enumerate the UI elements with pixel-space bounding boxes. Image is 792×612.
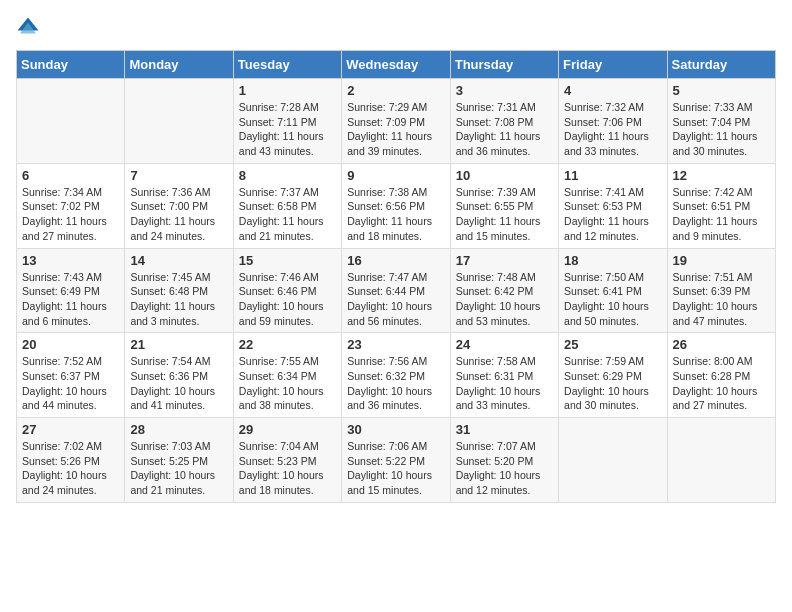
- day-number: 11: [564, 168, 661, 183]
- day-info: Sunrise: 7:52 AM Sunset: 6:37 PM Dayligh…: [22, 354, 119, 413]
- calendar-cell: 20Sunrise: 7:52 AM Sunset: 6:37 PM Dayli…: [17, 333, 125, 418]
- day-number: 13: [22, 253, 119, 268]
- day-number: 8: [239, 168, 336, 183]
- day-number: 31: [456, 422, 553, 437]
- day-number: 22: [239, 337, 336, 352]
- day-info: Sunrise: 8:00 AM Sunset: 6:28 PM Dayligh…: [673, 354, 770, 413]
- day-info: Sunrise: 7:04 AM Sunset: 5:23 PM Dayligh…: [239, 439, 336, 498]
- calendar-cell: 11Sunrise: 7:41 AM Sunset: 6:53 PM Dayli…: [559, 163, 667, 248]
- calendar-cell: 21Sunrise: 7:54 AM Sunset: 6:36 PM Dayli…: [125, 333, 233, 418]
- day-number: 26: [673, 337, 770, 352]
- page-header: [16, 16, 776, 40]
- day-number: 2: [347, 83, 444, 98]
- day-info: Sunrise: 7:54 AM Sunset: 6:36 PM Dayligh…: [130, 354, 227, 413]
- day-info: Sunrise: 7:33 AM Sunset: 7:04 PM Dayligh…: [673, 100, 770, 159]
- calendar-cell: 25Sunrise: 7:59 AM Sunset: 6:29 PM Dayli…: [559, 333, 667, 418]
- col-header-monday: Monday: [125, 51, 233, 79]
- calendar-cell: 26Sunrise: 8:00 AM Sunset: 6:28 PM Dayli…: [667, 333, 775, 418]
- day-number: 17: [456, 253, 553, 268]
- calendar-table: SundayMondayTuesdayWednesdayThursdayFrid…: [16, 50, 776, 503]
- day-info: Sunrise: 7:32 AM Sunset: 7:06 PM Dayligh…: [564, 100, 661, 159]
- day-number: 12: [673, 168, 770, 183]
- calendar-cell: 6Sunrise: 7:34 AM Sunset: 7:02 PM Daylig…: [17, 163, 125, 248]
- day-info: Sunrise: 7:06 AM Sunset: 5:22 PM Dayligh…: [347, 439, 444, 498]
- day-number: 15: [239, 253, 336, 268]
- day-info: Sunrise: 7:59 AM Sunset: 6:29 PM Dayligh…: [564, 354, 661, 413]
- day-info: Sunrise: 7:36 AM Sunset: 7:00 PM Dayligh…: [130, 185, 227, 244]
- day-number: 3: [456, 83, 553, 98]
- day-number: 10: [456, 168, 553, 183]
- calendar-cell: 12Sunrise: 7:42 AM Sunset: 6:51 PM Dayli…: [667, 163, 775, 248]
- calendar-cell: 27Sunrise: 7:02 AM Sunset: 5:26 PM Dayli…: [17, 418, 125, 503]
- calendar-cell: [559, 418, 667, 503]
- day-number: 28: [130, 422, 227, 437]
- day-info: Sunrise: 7:41 AM Sunset: 6:53 PM Dayligh…: [564, 185, 661, 244]
- day-info: Sunrise: 7:39 AM Sunset: 6:55 PM Dayligh…: [456, 185, 553, 244]
- week-row-2: 6Sunrise: 7:34 AM Sunset: 7:02 PM Daylig…: [17, 163, 776, 248]
- day-number: 21: [130, 337, 227, 352]
- calendar-cell: 1Sunrise: 7:28 AM Sunset: 7:11 PM Daylig…: [233, 79, 341, 164]
- calendar-cell: 23Sunrise: 7:56 AM Sunset: 6:32 PM Dayli…: [342, 333, 450, 418]
- day-number: 9: [347, 168, 444, 183]
- day-info: Sunrise: 7:42 AM Sunset: 6:51 PM Dayligh…: [673, 185, 770, 244]
- day-info: Sunrise: 7:46 AM Sunset: 6:46 PM Dayligh…: [239, 270, 336, 329]
- week-row-1: 1Sunrise: 7:28 AM Sunset: 7:11 PM Daylig…: [17, 79, 776, 164]
- calendar-cell: 28Sunrise: 7:03 AM Sunset: 5:25 PM Dayli…: [125, 418, 233, 503]
- day-number: 25: [564, 337, 661, 352]
- calendar-cell: 10Sunrise: 7:39 AM Sunset: 6:55 PM Dayli…: [450, 163, 558, 248]
- logo: [16, 16, 44, 40]
- col-header-thursday: Thursday: [450, 51, 558, 79]
- day-number: 24: [456, 337, 553, 352]
- calendar-cell: 14Sunrise: 7:45 AM Sunset: 6:48 PM Dayli…: [125, 248, 233, 333]
- calendar-cell: 17Sunrise: 7:48 AM Sunset: 6:42 PM Dayli…: [450, 248, 558, 333]
- day-info: Sunrise: 7:47 AM Sunset: 6:44 PM Dayligh…: [347, 270, 444, 329]
- day-number: 6: [22, 168, 119, 183]
- calendar-cell: 19Sunrise: 7:51 AM Sunset: 6:39 PM Dayli…: [667, 248, 775, 333]
- col-header-sunday: Sunday: [17, 51, 125, 79]
- col-header-tuesday: Tuesday: [233, 51, 341, 79]
- day-info: Sunrise: 7:50 AM Sunset: 6:41 PM Dayligh…: [564, 270, 661, 329]
- day-info: Sunrise: 7:02 AM Sunset: 5:26 PM Dayligh…: [22, 439, 119, 498]
- calendar-cell: 31Sunrise: 7:07 AM Sunset: 5:20 PM Dayli…: [450, 418, 558, 503]
- calendar-cell: 13Sunrise: 7:43 AM Sunset: 6:49 PM Dayli…: [17, 248, 125, 333]
- day-info: Sunrise: 7:56 AM Sunset: 6:32 PM Dayligh…: [347, 354, 444, 413]
- day-info: Sunrise: 7:07 AM Sunset: 5:20 PM Dayligh…: [456, 439, 553, 498]
- day-info: Sunrise: 7:29 AM Sunset: 7:09 PM Dayligh…: [347, 100, 444, 159]
- day-number: 27: [22, 422, 119, 437]
- day-info: Sunrise: 7:43 AM Sunset: 6:49 PM Dayligh…: [22, 270, 119, 329]
- day-number: 30: [347, 422, 444, 437]
- calendar-cell: 3Sunrise: 7:31 AM Sunset: 7:08 PM Daylig…: [450, 79, 558, 164]
- day-number: 19: [673, 253, 770, 268]
- day-info: Sunrise: 7:48 AM Sunset: 6:42 PM Dayligh…: [456, 270, 553, 329]
- week-row-4: 20Sunrise: 7:52 AM Sunset: 6:37 PM Dayli…: [17, 333, 776, 418]
- calendar-cell: 29Sunrise: 7:04 AM Sunset: 5:23 PM Dayli…: [233, 418, 341, 503]
- calendar-cell: 7Sunrise: 7:36 AM Sunset: 7:00 PM Daylig…: [125, 163, 233, 248]
- col-header-wednesday: Wednesday: [342, 51, 450, 79]
- calendar-cell: 2Sunrise: 7:29 AM Sunset: 7:09 PM Daylig…: [342, 79, 450, 164]
- week-row-3: 13Sunrise: 7:43 AM Sunset: 6:49 PM Dayli…: [17, 248, 776, 333]
- day-info: Sunrise: 7:37 AM Sunset: 6:58 PM Dayligh…: [239, 185, 336, 244]
- day-info: Sunrise: 7:28 AM Sunset: 7:11 PM Dayligh…: [239, 100, 336, 159]
- day-number: 29: [239, 422, 336, 437]
- calendar-header-row: SundayMondayTuesdayWednesdayThursdayFrid…: [17, 51, 776, 79]
- col-header-friday: Friday: [559, 51, 667, 79]
- day-info: Sunrise: 7:51 AM Sunset: 6:39 PM Dayligh…: [673, 270, 770, 329]
- day-info: Sunrise: 7:58 AM Sunset: 6:31 PM Dayligh…: [456, 354, 553, 413]
- day-info: Sunrise: 7:45 AM Sunset: 6:48 PM Dayligh…: [130, 270, 227, 329]
- day-number: 4: [564, 83, 661, 98]
- calendar-cell: 5Sunrise: 7:33 AM Sunset: 7:04 PM Daylig…: [667, 79, 775, 164]
- calendar-cell: [667, 418, 775, 503]
- week-row-5: 27Sunrise: 7:02 AM Sunset: 5:26 PM Dayli…: [17, 418, 776, 503]
- day-number: 7: [130, 168, 227, 183]
- calendar-cell: 22Sunrise: 7:55 AM Sunset: 6:34 PM Dayli…: [233, 333, 341, 418]
- day-number: 14: [130, 253, 227, 268]
- calendar-cell: 18Sunrise: 7:50 AM Sunset: 6:41 PM Dayli…: [559, 248, 667, 333]
- day-info: Sunrise: 7:03 AM Sunset: 5:25 PM Dayligh…: [130, 439, 227, 498]
- calendar-cell: 15Sunrise: 7:46 AM Sunset: 6:46 PM Dayli…: [233, 248, 341, 333]
- logo-icon: [16, 16, 40, 40]
- day-number: 23: [347, 337, 444, 352]
- day-info: Sunrise: 7:55 AM Sunset: 6:34 PM Dayligh…: [239, 354, 336, 413]
- calendar-cell: 4Sunrise: 7:32 AM Sunset: 7:06 PM Daylig…: [559, 79, 667, 164]
- calendar-cell: 16Sunrise: 7:47 AM Sunset: 6:44 PM Dayli…: [342, 248, 450, 333]
- calendar-cell: 9Sunrise: 7:38 AM Sunset: 6:56 PM Daylig…: [342, 163, 450, 248]
